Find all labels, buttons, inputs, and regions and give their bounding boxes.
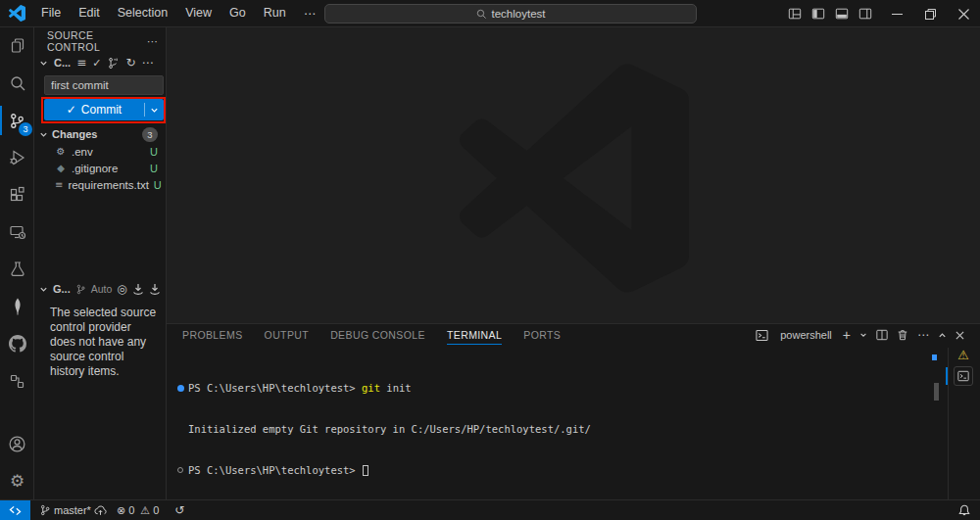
menu-bar: File Edit Selection View Go Run ⋯ <box>33 3 323 24</box>
repo-section-header[interactable]: C... ≡ ✓ ↻ ⋯ <box>39 54 162 71</box>
toggle-panel-icon[interactable] <box>835 7 849 21</box>
kill-terminal-trash-icon[interactable] <box>897 329 908 341</box>
commit-dropdown-chevron-icon[interactable] <box>145 106 164 115</box>
extensions-icon[interactable] <box>0 176 34 213</box>
command-center-search[interactable]: techloytest <box>324 4 697 24</box>
chevron-down-icon[interactable] <box>39 285 48 294</box>
publish-changes-icon[interactable] <box>94 504 107 516</box>
problems-status-item[interactable]: ⊗ 0 ⚠ 0 <box>112 500 164 520</box>
explorer-icon[interactable] <box>0 27 34 65</box>
chevron-down-icon[interactable] <box>39 59 48 68</box>
close-button[interactable] <box>947 0 980 27</box>
run-and-debug-icon[interactable] <box>0 139 34 176</box>
fetch-icon[interactable] <box>132 283 144 296</box>
sidebar-more-actions-icon[interactable]: ⋯ <box>147 35 158 47</box>
remote-indicator[interactable] <box>0 500 30 520</box>
vscode-window: File Edit Selection View Go Run ⋯ ← → te… <box>0 0 980 520</box>
launch-profile-chevron-icon[interactable] <box>859 331 867 339</box>
terminal-output[interactable]: PS C:\Users\HP\techloytest> git init Ini… <box>174 354 935 504</box>
commit-button[interactable]: ✓ Commit <box>44 99 164 120</box>
error-count: 0 <box>128 504 134 516</box>
text-file-icon: ≡ <box>55 179 63 190</box>
graph-empty-message: The selected source control provider doe… <box>50 306 160 379</box>
view-as-list-icon[interactable]: ≡ <box>76 56 86 70</box>
vscode-watermark-logo <box>460 64 689 293</box>
new-terminal-icon[interactable]: + <box>843 327 851 343</box>
tab-ports[interactable]: PORTS <box>523 326 561 344</box>
panel-more-actions-icon[interactable]: ⋯ <box>917 328 929 342</box>
tab-output[interactable]: OUTPUT <box>265 326 310 344</box>
restore-button[interactable] <box>913 0 947 27</box>
repo-label: C... <box>54 57 71 69</box>
toggle-primary-sidebar-icon[interactable] <box>811 7 825 21</box>
graph-section-header[interactable]: G... Auto ◎ <box>39 280 166 298</box>
untracked-status: U <box>150 163 158 174</box>
changed-file-row[interactable]: ◆ .gitignore U <box>34 160 166 176</box>
auto-label: Auto <box>91 283 113 295</box>
fetch-icon[interactable] <box>149 283 161 296</box>
tab-terminal[interactable]: TERMINAL <box>447 326 502 345</box>
terminal-command: git <box>362 381 380 395</box>
bell-icon <box>958 504 970 517</box>
changed-file-row[interactable]: ≡ requirements.txt U <box>34 176 166 193</box>
menu-selection[interactable]: Selection <box>110 3 175 24</box>
shell-warning-icon[interactable]: ⚠ <box>957 348 969 362</box>
terminal-shell-icon <box>756 329 768 342</box>
powershell-terminal-tab[interactable] <box>954 366 973 386</box>
settings-gear-icon[interactable]: ⚙ <box>0 462 34 499</box>
customize-layout-icon[interactable] <box>788 7 802 21</box>
close-panel-icon[interactable] <box>956 331 964 340</box>
terminal-prompt: PS C:\Users\HP\techloytest> <box>188 381 362 395</box>
menu-file[interactable]: File <box>33 3 69 24</box>
repo-more-actions-icon[interactable]: ⋯ <box>141 56 153 70</box>
terminal-tabs-separator[interactable] <box>948 348 949 499</box>
branch-status-item[interactable]: master* <box>34 500 112 520</box>
menu-edit[interactable]: Edit <box>71 3 108 24</box>
menu-view[interactable]: View <box>177 3 220 24</box>
title-bar: File Edit Selection View Go Run ⋯ ← → te… <box>0 0 980 27</box>
history-status-item[interactable]: ↺ <box>170 500 189 520</box>
minimize-button[interactable] <box>880 0 913 27</box>
changes-section-header[interactable]: Changes 3 <box>39 125 158 143</box>
menu-overflow-icon[interactable]: ⋯ <box>296 3 324 24</box>
terminal-scrollbar-thumb[interactable] <box>934 383 939 401</box>
command-pending-decoration[interactable] <box>174 467 186 473</box>
project-manager-icon[interactable] <box>0 362 34 400</box>
commit-message-input[interactable] <box>44 75 164 95</box>
split-terminal-icon[interactable] <box>876 329 888 341</box>
commit-action-icon[interactable]: ✓ <box>92 57 101 70</box>
history-icon: ↺ <box>174 503 184 517</box>
github-icon[interactable] <box>0 325 34 362</box>
command-success-decoration[interactable] <box>174 385 186 392</box>
terminal-command-args: init <box>380 381 412 395</box>
refresh-icon[interactable]: ↻ <box>125 56 135 70</box>
mongodb-icon[interactable] <box>0 288 34 325</box>
terminal-toolbar: powershell + ⋯ <box>756 324 964 346</box>
search-sidebar-icon[interactable] <box>0 65 34 102</box>
terminal-tabs-list: ⚠ <box>951 348 976 386</box>
target-icon[interactable]: ◎ <box>117 282 126 296</box>
graph-label: G... <box>53 283 71 295</box>
notifications-item[interactable] <box>954 500 980 520</box>
toggle-secondary-sidebar-icon[interactable] <box>858 7 872 21</box>
maximize-panel-icon[interactable] <box>938 331 947 340</box>
warnings-icon: ⚠ <box>140 504 150 517</box>
activity-bar-spacer <box>0 400 33 425</box>
menu-run[interactable]: Run <box>256 3 294 24</box>
editor-area <box>167 27 980 323</box>
tab-problems[interactable]: PROBLEMS <box>182 326 243 344</box>
accounts-icon[interactable] <box>0 425 34 462</box>
source-control-icon[interactable]: 3 <box>0 102 34 139</box>
testing-icon[interactable] <box>0 251 34 288</box>
errors-icon: ⊗ <box>117 504 125 517</box>
terminal-cursor <box>363 465 368 476</box>
chevron-down-icon[interactable] <box>39 130 48 139</box>
gitignore-file-icon: ◆ <box>55 163 67 173</box>
shell-label[interactable]: powershell <box>780 329 832 341</box>
changed-file-row[interactable]: ⚙ .env U <box>34 143 166 160</box>
remote-explorer-icon[interactable] <box>0 213 34 251</box>
create-branch-icon[interactable] <box>107 57 120 70</box>
tab-debug-console[interactable]: DEBUG CONSOLE <box>330 326 425 344</box>
sidebar-title: SOURCE CONTROL <box>47 29 147 53</box>
menu-go[interactable]: Go <box>221 3 254 24</box>
